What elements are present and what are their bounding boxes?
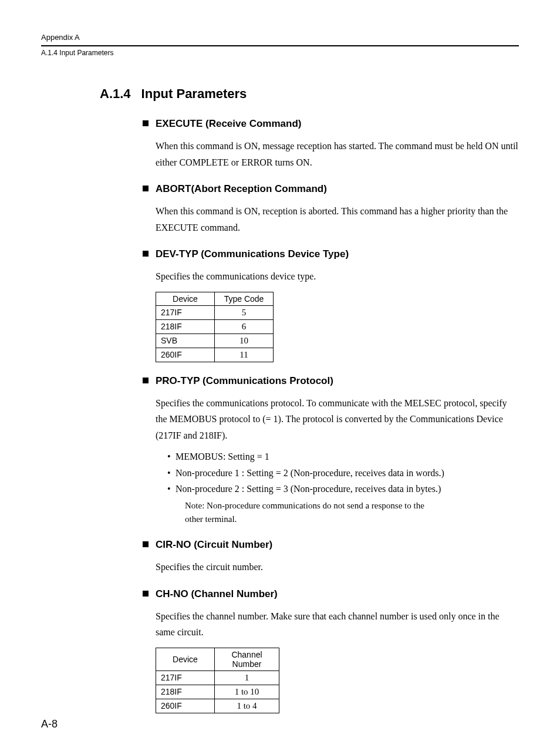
td-code: 5 bbox=[215, 305, 274, 319]
protyp-body: Specifies the communications protocol. T… bbox=[156, 395, 519, 444]
section-title: Input Parameters bbox=[141, 86, 247, 101]
chno-table: Device Channel Number 217IF 1 218IF 1 to… bbox=[156, 648, 279, 713]
note-label: Note: bbox=[185, 499, 204, 513]
chno-heading: CH-NO (Channel Number) bbox=[156, 588, 519, 600]
section-number: A.1.4 bbox=[100, 86, 131, 102]
th-device: Device bbox=[156, 292, 215, 305]
abort-body: When this command is ON, reception is ab… bbox=[156, 203, 519, 235]
chno-body: Specifies the channel number. Make sure … bbox=[156, 608, 519, 641]
td-device: 218IF bbox=[156, 685, 215, 699]
table-row: 260IF 11 bbox=[156, 348, 274, 362]
table-row: SVB 10 bbox=[156, 333, 274, 348]
header-section-label: A.1.4 Input Parameters bbox=[41, 49, 519, 57]
td-device: 218IF bbox=[156, 319, 215, 333]
devtyp-heading: DEV-TYP (Communications Device Type) bbox=[156, 248, 519, 260]
square-bullet-icon bbox=[143, 378, 149, 383]
subsection-execute: EXECUTE (Receive Command) When this comm… bbox=[156, 118, 519, 170]
execute-title: EXECUTE (Receive Command) bbox=[156, 118, 301, 129]
note-body: Non-procedure communications do not send… bbox=[185, 501, 424, 524]
protyp-bullet-list: MEMOBUS: Setting = 1 Non-procedure 1 : S… bbox=[167, 449, 519, 497]
td-code: 6 bbox=[215, 319, 274, 333]
header-rule bbox=[41, 45, 519, 46]
devtyp-title: DEV-TYP (Communications Device Type) bbox=[156, 248, 349, 260]
table-row: 260IF 1 to 4 bbox=[156, 699, 279, 713]
section-heading: A.1.4Input Parameters bbox=[100, 86, 519, 102]
td-code: 11 bbox=[215, 348, 274, 362]
table-row: 218IF 1 to 10 bbox=[156, 685, 279, 699]
table-row: 217IF 1 bbox=[156, 670, 279, 685]
square-bullet-icon bbox=[143, 591, 149, 597]
devtyp-table: Device Type Code 217IF 5 218IF 6 SVB 10 … bbox=[156, 292, 274, 362]
square-bullet-icon bbox=[143, 251, 149, 257]
chno-title: CH-NO (Channel Number) bbox=[156, 588, 278, 599]
th-device: Device bbox=[156, 648, 215, 670]
execute-heading: EXECUTE (Receive Command) bbox=[156, 118, 519, 130]
subsection-abort: ABORT(Abort Reception Command) When this… bbox=[156, 183, 519, 235]
td-device: 217IF bbox=[156, 670, 215, 685]
cirno-body: Specifies the circuit number. bbox=[156, 559, 519, 575]
header-appendix: Appendix A bbox=[41, 33, 519, 42]
subsection-devtyp: DEV-TYP (Communications Device Type) Spe… bbox=[156, 248, 519, 362]
cirno-heading: CIR-NO (Circuit Number) bbox=[156, 539, 519, 551]
subsection-protyp: PRO-TYP (Communications Protocol) Specif… bbox=[156, 375, 519, 527]
td-device: 260IF bbox=[156, 699, 215, 713]
list-item: Non-procedure 1 : Setting = 2 (Non-proce… bbox=[167, 466, 519, 481]
abort-title: ABORT(Abort Reception Command) bbox=[156, 183, 327, 194]
list-item: Non-procedure 2 : Setting = 3 (Non-proce… bbox=[167, 481, 519, 497]
protyp-heading: PRO-TYP (Communications Protocol) bbox=[156, 375, 519, 387]
page-number: A-8 bbox=[41, 718, 58, 730]
square-bullet-icon bbox=[143, 186, 149, 191]
execute-body: When this command is ON, message recepti… bbox=[156, 138, 519, 170]
table-row: 217IF 5 bbox=[156, 305, 274, 319]
table-header-row: Device Type Code bbox=[156, 292, 274, 305]
td-device: 260IF bbox=[156, 348, 215, 362]
list-item: MEMOBUS: Setting = 1 bbox=[167, 449, 519, 464]
protyp-title: PRO-TYP (Communications Protocol) bbox=[156, 375, 333, 386]
td-device: 217IF bbox=[156, 305, 215, 319]
td-code: 10 bbox=[215, 333, 274, 348]
td-channel: 1 bbox=[215, 670, 279, 685]
th-typecode: Type Code bbox=[215, 292, 274, 305]
cirno-title: CIR-NO (Circuit Number) bbox=[156, 539, 272, 550]
table-header-row: Device Channel Number bbox=[156, 648, 279, 670]
devtyp-body: Specifies the communications device type… bbox=[156, 268, 519, 285]
square-bullet-icon bbox=[143, 120, 149, 126]
square-bullet-icon bbox=[143, 541, 149, 547]
td-channel: 1 to 10 bbox=[215, 685, 279, 699]
subsection-cirno: CIR-NO (Circuit Number) Specifies the ci… bbox=[156, 539, 519, 575]
th-channel: Channel Number bbox=[215, 648, 279, 670]
td-device: SVB bbox=[156, 333, 215, 348]
protyp-note: Note: Non-procedure communications do no… bbox=[185, 499, 519, 527]
table-row: 218IF 6 bbox=[156, 319, 274, 333]
subsection-chno: CH-NO (Channel Number) Specifies the cha… bbox=[156, 588, 519, 713]
td-channel: 1 to 4 bbox=[215, 699, 279, 713]
abort-heading: ABORT(Abort Reception Command) bbox=[156, 183, 519, 195]
